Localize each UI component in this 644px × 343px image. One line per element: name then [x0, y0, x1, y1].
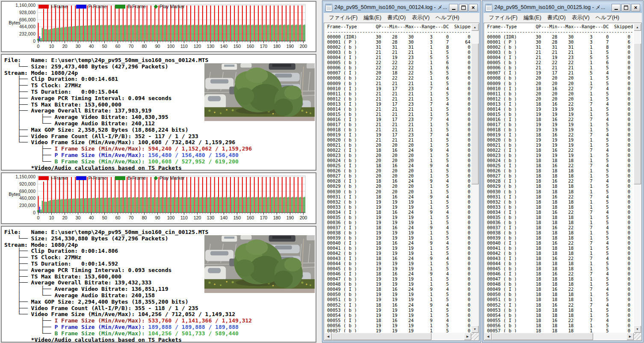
svg-text:30: 30 [76, 44, 81, 49]
frame-size-chart-panel-1: I-Frame P-Frame B-Frame Play Marker 0232… [1, 1, 316, 52]
chart-legend: I-Frame P-Frame B-Frame Play Marker [38, 4, 185, 9]
vertical-scrollbar[interactable]: ▲ ▼ [471, 24, 479, 333]
info-line: └── Video Frame Size (Min/Ave/Max): 100,… [4, 139, 315, 146]
svg-text:920,000: 920,000 [19, 181, 35, 186]
svg-text:10: 10 [49, 44, 54, 49]
svg-text:110: 110 [180, 215, 188, 220]
svg-text:0: 0 [33, 210, 35, 215]
svg-text:60: 60 [115, 215, 121, 220]
svg-text:232,000: 232,000 [19, 31, 35, 36]
parking-lot-thumbnail [204, 63, 315, 121]
chart-legend: I-Frame P-Frame B-Frame Play Marker [38, 175, 185, 180]
svg-text:130: 130 [207, 44, 215, 49]
svg-text:200: 200 [300, 215, 307, 220]
scroll-down-button[interactable]: ▼ [471, 325, 479, 333]
scroll-down-button[interactable]: ▼ [634, 325, 641, 333]
resize-grip[interactable] [634, 333, 641, 340]
menu-view[interactable]: 表示(V) [569, 13, 592, 22]
horizontal-scroll-thumb[interactable] [492, 333, 593, 340]
svg-text:230,000: 230,000 [19, 203, 35, 208]
info-line: └── B Frame Size (Min/Ave/Max): 100,608 … [4, 159, 315, 165]
svg-text:20: 20 [62, 215, 68, 220]
menu-help[interactable]: ヘルプ(H) [433, 13, 462, 22]
bframe-swatch [115, 5, 125, 9]
frame-size-chart[interactable]: 0232,000464,000696,000928,0001,160,00001… [2, 2, 316, 51]
legend-label: I-Frame [51, 4, 68, 9]
horizontal-scroll-thumb[interactable] [332, 333, 431, 340]
svg-text:100: 100 [167, 215, 175, 220]
iframe-swatch [38, 5, 49, 9]
horizontal-scrollbar[interactable]: ◀ ▶ [325, 333, 471, 340]
svg-text:90: 90 [155, 44, 160, 49]
maximize-button[interactable] [459, 4, 468, 12]
scroll-left-button[interactable]: ◀ [484, 333, 492, 340]
info-line: ├── P Frame Size (Min/Ave/Max): 189,888 … [4, 324, 315, 331]
svg-text:Bytes: Bytes [9, 192, 21, 197]
menu-file[interactable]: ファイル(F) [326, 13, 360, 22]
svg-text:464,000: 464,000 [19, 24, 35, 29]
log-text-area[interactable]: Frame--Type QP---Min---Max---Range---DC … [325, 24, 471, 332]
menu-edit[interactable]: 編集(E) [521, 13, 544, 22]
svg-text:150: 150 [233, 44, 241, 49]
menu-file[interactable]: ファイル(F) [486, 13, 520, 22]
stream-info-panel-1: File: Name: E:\user\temp\24p_pv95_50mm_i… [1, 54, 316, 171]
legend-label: B-Frame [127, 175, 146, 180]
minimize-button[interactable] [449, 4, 458, 12]
close-button[interactable]: × [631, 4, 640, 12]
info-line: │ └── Average Audio Bitrate: 240,112 [4, 121, 315, 127]
vertical-scroll-thumb[interactable] [634, 43, 641, 184]
svg-text:1,160,000: 1,160,000 [15, 3, 35, 8]
pframe-swatch [76, 5, 86, 9]
scroll-up-button[interactable]: ▲ [634, 24, 641, 31]
menu-edit[interactable]: 編集(E) [361, 13, 384, 22]
menu-bar: ファイル(F) 編集(E) 書式(O) 表示(V) ヘルプ(H) [484, 13, 642, 23]
svg-text:20: 20 [62, 44, 68, 49]
window-title: 24p_pv95_50mm_iso160_nos_00124.log - メ..… [334, 4, 447, 11]
legend-item-iframe: I-Frame [38, 4, 68, 9]
play-marker-icon [154, 176, 158, 180]
legend-label: I-Frame [51, 175, 68, 180]
minimize-button[interactable] [612, 4, 620, 12]
info-line: ├── Max GOP Size: 2,294,400 Bytes (18,35… [4, 299, 315, 305]
svg-text:40: 40 [89, 215, 94, 220]
menu-format[interactable]: 書式(O) [545, 13, 568, 22]
window-titlebar[interactable]: 24p_pv95_50mm_iso160_cin_00125.log - メ..… [484, 2, 642, 13]
legend-item-play-marker: Play Marker [154, 175, 185, 180]
log-text-area[interactable]: Frame--Type QP---Min---Max---Range---DC … [485, 24, 633, 332]
pframe-swatch [76, 176, 86, 180]
close-button[interactable]: × [469, 4, 478, 12]
maximize-button[interactable] [621, 4, 630, 12]
scroll-right-button[interactable]: ▶ [626, 333, 634, 340]
window-title: 24p_pv95_50mm_iso160_cin_00125.log - メ..… [494, 4, 610, 11]
scroll-right-button[interactable]: ▶ [464, 333, 471, 340]
svg-text:170: 170 [260, 44, 268, 49]
svg-text:1,150,000: 1,150,000 [15, 174, 35, 179]
frame-size-chart[interactable]: 0230,000460,000690,000920,0001,150,00001… [2, 173, 316, 223]
svg-text:40: 40 [89, 44, 94, 49]
notepad-window-1: 24p_pv95_50mm_iso160_nos_00124.log - メ..… [322, 0, 481, 343]
svg-text:50: 50 [102, 215, 107, 220]
legend-item-bframe: B-Frame [115, 175, 146, 180]
svg-text:120: 120 [194, 215, 201, 220]
scroll-up-button[interactable]: ▲ [471, 24, 479, 31]
scroll-left-button[interactable]: ◀ [325, 333, 332, 340]
vertical-scrollbar[interactable]: ▲ ▼ [634, 24, 641, 333]
info-line: └── B Frame Size (Min/Ave/Max): 104,256 … [4, 331, 315, 337]
window-titlebar[interactable]: 24p_pv95_50mm_iso160_nos_00124.log - メ..… [324, 2, 479, 13]
svg-text:80: 80 [142, 44, 147, 49]
parking-lot-thumbnail [204, 235, 315, 293]
text-client-area: Frame--Type QP---Min---Max---Range---DC … [484, 23, 642, 341]
svg-text:130: 130 [207, 215, 215, 220]
svg-text:690,000: 690,000 [19, 189, 35, 194]
resize-grip[interactable] [471, 333, 479, 340]
legend-label: P-Frame [89, 4, 107, 9]
menu-format[interactable]: 書式(O) [385, 13, 408, 22]
legend-item-pframe: P-Frame [76, 4, 107, 9]
vertical-scroll-thumb[interactable] [471, 43, 479, 184]
svg-text:160: 160 [247, 215, 254, 220]
menu-view[interactable]: 表示(V) [409, 13, 432, 22]
menu-help[interactable]: ヘルプ(H) [593, 13, 622, 22]
info-line: File: Name: E:\user\temp\24p_pv95_50mm_i… [4, 57, 315, 64]
svg-text:170: 170 [260, 215, 268, 220]
horizontal-scrollbar[interactable]: ◀ ▶ [484, 333, 634, 340]
